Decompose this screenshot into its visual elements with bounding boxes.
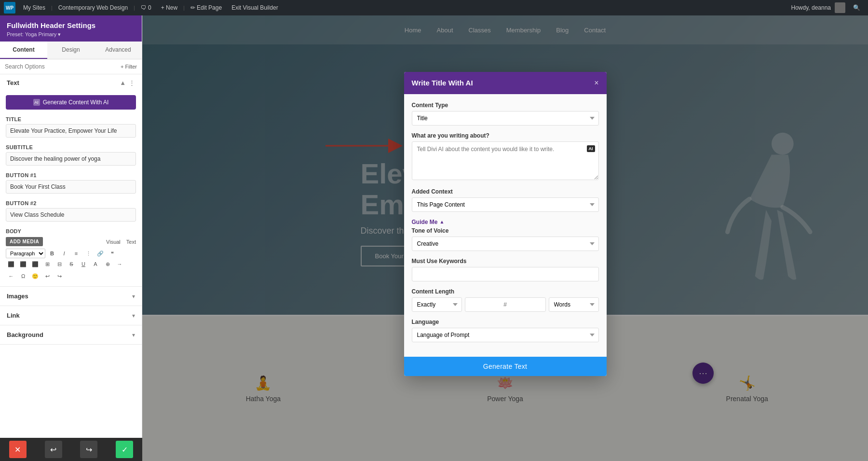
ai-generate-button[interactable]: AI Generate Content With AI <box>6 95 136 110</box>
table-btn[interactable]: ⊞ <box>42 259 53 269</box>
tab-content[interactable]: Content <box>0 42 47 59</box>
new-link[interactable]: + New <box>157 4 181 11</box>
bold-btn[interactable]: B <box>47 248 57 259</box>
indent-btn[interactable]: → <box>114 259 125 269</box>
user-avatar[interactable] <box>835 2 845 13</box>
button2-input[interactable] <box>6 208 136 222</box>
add-media-button[interactable]: ADD MEDIA <box>6 237 43 246</box>
sidebar: Fullwidth Header Settings Preset: Yoga P… <box>0 15 142 461</box>
text-section-header[interactable]: Text ▲ ⋮ <box>0 74 142 91</box>
wp-logo: WP <box>4 2 15 14</box>
length-exactly-select[interactable]: Exactly At Least At Most Between <box>412 297 462 312</box>
admin-bar: WP My Sites | Contemporary Web Design | … <box>0 0 868 15</box>
writing-about-label: What are you writing about? <box>412 132 599 139</box>
title-input[interactable] <box>6 124 136 138</box>
body-label: Body <box>6 228 136 234</box>
tone-label: Tone of Voice <box>412 227 599 234</box>
dedent-btn[interactable]: ← <box>6 271 16 281</box>
generate-text-button[interactable]: Generate Text <box>404 357 607 376</box>
tab-advanced[interactable]: Advanced <box>95 42 142 59</box>
link-section-header[interactable]: Link ▾ <box>0 306 142 325</box>
title-label: Title <box>6 116 136 122</box>
underline-btn[interactable]: U <box>78 259 89 269</box>
button2-label: Button #2 <box>6 200 136 206</box>
keywords-input[interactable] <box>412 267 599 281</box>
comments-link[interactable]: 🗨 0 <box>137 4 155 11</box>
sidebar-preset[interactable]: Preset: Yoga Primary <box>7 31 135 38</box>
tone-group: Tone of Voice Creative Professional Casu… <box>412 227 599 251</box>
paragraph-select[interactable]: Paragraph <box>6 249 45 258</box>
howdy-text: Howdy, deanna <box>791 4 831 11</box>
redo-editor-btn[interactable]: ↪ <box>54 271 65 281</box>
button2-field-group: Button #2 <box>0 198 142 226</box>
content-length-group: Content Length Exactly At Least At Most … <box>412 288 599 312</box>
tab-design[interactable]: Design <box>47 42 95 59</box>
images-chevron-icon: ▾ <box>132 293 135 300</box>
undo-button[interactable]: ↩ <box>45 441 62 458</box>
exit-builder-link[interactable]: Exit Visual Builder <box>228 4 282 11</box>
sidebar-content: Text ▲ ⋮ AI Generate Content With AI Tit… <box>0 74 142 461</box>
textarea-wrapper: AI <box>412 141 599 182</box>
omega-btn[interactable]: Ω <box>18 271 28 281</box>
undo-editor-btn[interactable]: ↩ <box>42 271 53 281</box>
section-icons: ▲ ⋮ <box>120 79 135 86</box>
collapse-icon[interactable]: ▲ <box>120 79 126 86</box>
content-length-row: Exactly At Least At Most Between Words C… <box>412 297 599 312</box>
search-options-input[interactable] <box>5 63 118 70</box>
site-name-link[interactable]: Contemporary Web Design <box>54 4 132 11</box>
added-context-group: Added Context This Page Content No Conte… <box>412 188 599 212</box>
link-btn[interactable]: 🔗 <box>95 248 106 259</box>
italic-btn[interactable]: I <box>59 248 69 259</box>
undo-icon: ↩ <box>50 445 56 454</box>
text-section-title: Text <box>7 79 19 86</box>
keywords-label: Must Use Keywords <box>412 258 599 265</box>
added-context-select[interactable]: This Page Content No Context Custom Cont… <box>412 197 599 212</box>
content-type-select[interactable]: Title Subtitle Body Button Text <box>412 111 599 126</box>
button1-input[interactable] <box>6 180 136 194</box>
redo-button[interactable]: ↪ <box>80 441 97 458</box>
color-btn[interactable]: A <box>90 259 101 269</box>
edit-page-link[interactable]: ✏ Edit Page <box>187 4 226 11</box>
align-center-btn[interactable]: ⬛ <box>18 259 28 269</box>
visual-btn[interactable]: Visual <box>106 239 121 245</box>
body-toolbar-row3: ⬛ ⬛ ⬛ ⊞ ⊟ S U A ⊕ → ← Ω 🙂 ↩ ↪ <box>6 259 136 281</box>
align-right-btn[interactable]: ⬛ <box>30 259 41 269</box>
background-section-title: Background <box>7 331 43 338</box>
images-section-header[interactable]: Images ▾ <box>0 287 142 306</box>
length-words-select[interactable]: Words Characters Sentences <box>549 297 599 312</box>
subtitle-input[interactable] <box>6 152 136 166</box>
emoji-btn[interactable]: 🙂 <box>30 271 41 281</box>
search-icon[interactable]: 🔍 <box>849 4 864 11</box>
modal-overlay: Write Title With AI × Content Type Title… <box>142 15 868 461</box>
more-icon[interactable]: ⋮ <box>129 79 135 86</box>
ol-btn[interactable]: ⋮ <box>83 248 94 259</box>
language-select[interactable]: Language of Prompt English Spanish Frenc… <box>412 328 599 342</box>
ul-btn[interactable]: ≡ <box>71 248 81 259</box>
ai-icon: AI <box>33 99 40 106</box>
text-btn[interactable]: Text <box>126 239 136 245</box>
close-icon: ✕ <box>14 445 21 454</box>
quote-btn[interactable]: ❝ <box>107 248 118 259</box>
modal-close-button[interactable]: × <box>594 79 598 87</box>
writing-about-textarea[interactable] <box>412 141 599 180</box>
redo-icon: ↪ <box>86 445 92 454</box>
my-sites-link[interactable]: My Sites <box>19 4 49 11</box>
save-icon: ✓ <box>122 445 128 454</box>
align-left-btn[interactable]: ⬛ <box>6 259 16 269</box>
grid-btn[interactable]: ⊟ <box>54 259 65 269</box>
strike-btn[interactable]: S <box>66 259 77 269</box>
modal-title: Write Title With AI <box>412 79 473 87</box>
save-button[interactable]: ✓ <box>116 441 133 458</box>
filter-button[interactable]: + Filter <box>121 64 137 70</box>
background-section-header[interactable]: Background ▾ <box>0 325 142 344</box>
button1-label: Button #1 <box>6 172 136 178</box>
preview-area: Home About Classes Membership Blog Conta… <box>142 15 868 461</box>
close-settings-button[interactable]: ✕ <box>9 441 27 458</box>
guide-me-link[interactable]: Guide Me ▲ <box>412 219 599 225</box>
length-number-input[interactable] <box>465 297 546 312</box>
body-toolbar-row2: Paragraph B I ≡ ⋮ 🔗 ❝ <box>6 248 136 259</box>
tone-select[interactable]: Creative Professional Casual Formal Frie… <box>412 237 599 251</box>
language-group: Language Language of Prompt English Span… <box>412 319 599 342</box>
special-btn[interactable]: ⊕ <box>102 259 113 269</box>
background-chevron-icon: ▾ <box>132 332 135 338</box>
